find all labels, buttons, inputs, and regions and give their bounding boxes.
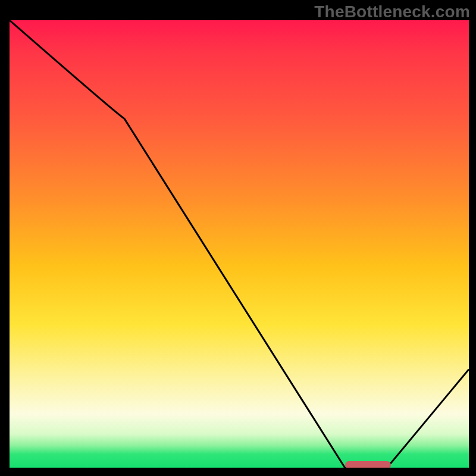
watermark-text: TheBottleneck.com — [314, 2, 470, 21]
plot-area — [10, 20, 469, 468]
curve-path — [10, 20, 469, 468]
optimal-range-marker — [345, 461, 391, 468]
chart-frame: TheBottleneck.com — [0, 0, 476, 476]
bottleneck-curve — [10, 20, 469, 468]
